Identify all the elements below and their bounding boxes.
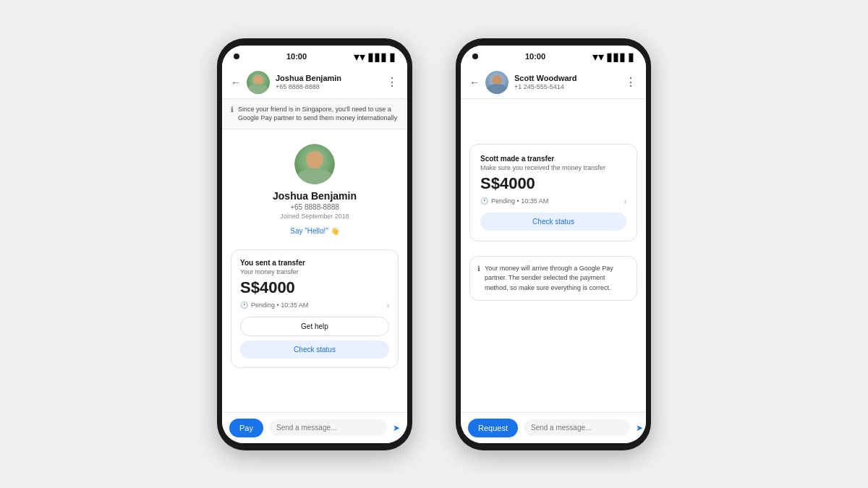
send-button-2[interactable]: ➤ bbox=[636, 423, 643, 433]
transfer-label-2: Scott made a transfer bbox=[480, 155, 626, 163]
transfer-status-text-2: Pending • 10:35 AM bbox=[491, 197, 548, 205]
phone-screen-1: 10:00 ▾▾ ▮▮▮ ▮ ← Joshua Benjamin +65 888… bbox=[222, 46, 407, 443]
signal-icon-1: ▮▮▮ bbox=[367, 50, 387, 64]
transfer-status-left-2: 🕐 Pending • 10:35 AM bbox=[480, 197, 548, 205]
status-icons-2: ▾▾ ▮▮▮ ▮ bbox=[592, 50, 634, 64]
chevron-right-icon-2: › bbox=[624, 197, 626, 205]
request-button-2[interactable]: Request bbox=[468, 419, 518, 437]
contact-info-2: Scott Woodward +1 245-555-5414 bbox=[514, 74, 625, 90]
app-bar-2: ← Scott Woodward +1 245-555-5414 ⋮ bbox=[461, 67, 646, 99]
bottom-bar-1: Pay ➤ bbox=[222, 412, 407, 443]
contact-avatar-1 bbox=[247, 71, 270, 94]
screen-content-1: ℹ Since your friend is in Singapore, you… bbox=[222, 99, 407, 412]
transfer-sublabel-2: Make sure you received the money transfe… bbox=[480, 164, 626, 171]
camera-dot-2 bbox=[472, 53, 478, 59]
camera-dot-1 bbox=[234, 53, 239, 59]
wifi-icon-2: ▾▾ bbox=[592, 50, 604, 64]
battery-icon-1: ▮ bbox=[389, 50, 396, 64]
status-icons-1: ▾▾ ▮▮▮ ▮ bbox=[354, 50, 396, 64]
info-text-1: Since your friend is in Singapore, you'l… bbox=[238, 105, 399, 123]
back-button-2[interactable]: ← bbox=[469, 77, 480, 88]
info-footer-icon-2: ℹ bbox=[477, 265, 480, 273]
profile-phone-1: +65 8888-8888 bbox=[290, 203, 339, 211]
phone-1: 10:00 ▾▾ ▮▮▮ ▮ ← Joshua Benjamin +65 888… bbox=[217, 38, 412, 450]
contact-avatar-2 bbox=[485, 71, 509, 94]
message-input-2[interactable] bbox=[524, 419, 630, 436]
avatar-image-1 bbox=[247, 71, 270, 94]
contact-phone-2: +1 245-555-5414 bbox=[514, 83, 625, 90]
time-1: 10:00 bbox=[286, 52, 307, 61]
wifi-icon-1: ▾▾ bbox=[354, 50, 365, 64]
battery-icon-2: ▮ bbox=[628, 50, 634, 64]
chevron-right-icon-1: › bbox=[387, 301, 389, 309]
time-2: 10:00 bbox=[525, 52, 545, 61]
info-icon-1: ℹ bbox=[231, 106, 234, 114]
transfer-amount-2: S$4000 bbox=[480, 174, 626, 193]
spacer-2 bbox=[461, 99, 646, 135]
status-bar-2: 10:00 ▾▾ ▮▮▮ ▮ bbox=[461, 46, 646, 67]
profile-avatar-img-1 bbox=[294, 144, 335, 184]
profile-name-1: Joshua Benjamin bbox=[273, 190, 357, 202]
contact-info-1: Joshua Benjamin +65 8888-8888 bbox=[276, 74, 386, 90]
status-bar-1: 10:00 ▾▾ ▮▮▮ ▮ bbox=[222, 46, 407, 67]
transfer-label-1: You sent a transfer bbox=[240, 259, 389, 267]
contact-name-1: Joshua Benjamin bbox=[276, 74, 386, 83]
info-footer-text-2: Your money will arrive through a Google … bbox=[485, 264, 629, 294]
transfer-sublabel-1: Your money transfer bbox=[240, 268, 389, 275]
profile-section-1: Joshua Benjamin +65 8888-8888 Joined Sep… bbox=[222, 129, 407, 244]
contact-name-2: Scott Woodward bbox=[514, 74, 625, 83]
transfer-status-left-1: 🕐 Pending • 10:35 AM bbox=[240, 301, 308, 309]
info-banner-1: ℹ Since your friend is in Singapore, you… bbox=[222, 99, 407, 129]
transfer-card-1: You sent a transfer Your money transfer … bbox=[231, 249, 399, 368]
contact-phone-1: +65 8888-8888 bbox=[276, 83, 386, 90]
profile-avatar-1 bbox=[294, 144, 335, 184]
back-button-1[interactable]: ← bbox=[231, 77, 241, 88]
say-hello-button-1[interactable]: Say "Hello!" 👋 bbox=[290, 227, 339, 235]
more-button-1[interactable]: ⋮ bbox=[386, 75, 399, 89]
phone-screen-2: 10:00 ▾▾ ▮▮▮ ▮ ← Scott Woodward +1 245-5… bbox=[461, 46, 646, 443]
more-button-2[interactable]: ⋮ bbox=[625, 75, 637, 89]
app-bar-1: ← Joshua Benjamin +65 8888-8888 ⋮ bbox=[222, 67, 407, 99]
phone-2: 10:00 ▾▾ ▮▮▮ ▮ ← Scott Woodward +1 245-5… bbox=[456, 38, 651, 450]
screen-content-2: Scott made a transfer Make sure you rece… bbox=[461, 99, 646, 412]
transfer-amount-1: S$4000 bbox=[240, 278, 389, 297]
info-footer-2: ℹ Your money will arrive through a Googl… bbox=[469, 256, 637, 301]
send-button-1[interactable]: ➤ bbox=[393, 423, 400, 433]
transfer-status-row-2[interactable]: 🕐 Pending • 10:35 AM › bbox=[480, 197, 626, 205]
bottom-bar-2: Request ➤ bbox=[461, 412, 646, 443]
pay-button-1[interactable]: Pay bbox=[229, 419, 263, 437]
transfer-status-text-1: Pending • 10:35 AM bbox=[251, 301, 308, 309]
transfer-card-2: Scott made a transfer Make sure you rece… bbox=[469, 144, 637, 241]
get-help-button-1[interactable]: Get help bbox=[240, 317, 389, 336]
clock-icon-1: 🕐 bbox=[240, 301, 248, 309]
check-status-button-1[interactable]: Check status bbox=[240, 341, 389, 359]
profile-joined-1: Joined September 2018 bbox=[280, 213, 349, 220]
message-input-1[interactable] bbox=[269, 419, 387, 436]
avatar-image-2 bbox=[485, 71, 509, 94]
check-status-button-2[interactable]: Check status bbox=[480, 213, 626, 231]
clock-icon-2: 🕐 bbox=[480, 197, 488, 205]
transfer-status-row-1[interactable]: 🕐 Pending • 10:35 AM › bbox=[240, 301, 389, 309]
signal-icon-2: ▮▮▮ bbox=[606, 50, 626, 64]
